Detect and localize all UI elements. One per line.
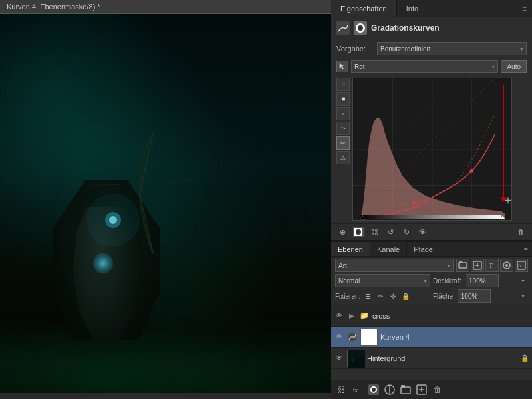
layer-name-cross: cross — [372, 312, 529, 320]
canvas-area: Kurven 4, Ebenenmaske/8) * — [0, 0, 331, 399]
layer-item-cross-group[interactable]: 👁 ▶ 📁 cross — [331, 305, 532, 327]
curves-bottom-refresh2[interactable]: ↻ — [400, 226, 412, 238]
tab-info[interactable]: Info — [397, 0, 428, 17]
fix-icon-lock[interactable]: ☰ — [362, 291, 373, 301]
vorgabe-row: Vorgabe: Benutzerdefiniert — [331, 39, 532, 58]
mode-item: Normal Multiplizieren Negativ Multiplizi… — [335, 274, 430, 287]
layer-btn-adjustment[interactable] — [383, 383, 396, 396]
tab-ebenen[interactable]: Ebenen — [331, 242, 370, 256]
art-select-wrapper: Art — [335, 259, 454, 272]
channel-select-wrapper: Rot Grün Blau RGB — [351, 60, 498, 73]
svg-point-32 — [356, 229, 361, 235]
fixieren-label: Fixieren: — [335, 293, 360, 300]
layer-icon-text[interactable]: T — [485, 259, 499, 272]
select-tool-icon[interactable] — [336, 61, 348, 72]
layer-btn-group[interactable] — [399, 383, 412, 396]
layer-bottom-bar: ⛓ fx 🗑 — [331, 380, 532, 399]
fix-icon-brush[interactable]: ✏ — [375, 291, 386, 301]
panel-collapse-btn[interactable]: ≡ — [517, 0, 532, 17]
fix-icon-move[interactable]: ✛ — [388, 291, 398, 301]
layer-folder-icon-cross: 📁 — [359, 311, 370, 321]
opacity-input[interactable] — [466, 274, 499, 287]
flaeche-item: Fläche: — [433, 289, 528, 303]
canvas-image — [0, 14, 331, 393]
svg-rect-53 — [401, 387, 410, 394]
layer-lock-hintergrund: 🔒 — [520, 354, 529, 363]
layer-btn-new[interactable] — [415, 383, 428, 396]
layer-item-hintergrund[interactable]: 👁 Hintergrund 🔒 — [331, 348, 532, 369]
svg-point-11 — [358, 25, 363, 31]
curves-bottom-link[interactable]: ⛓ — [368, 226, 380, 238]
layer-icon-smart[interactable] — [500, 259, 513, 272]
layer-expand-cross[interactable]: ▶ — [347, 311, 356, 321]
svg-text:fx: fx — [353, 387, 358, 394]
svg-rect-45 — [348, 358, 365, 368]
layer-icon-new[interactable] — [471, 259, 484, 272]
flaeche-wrapper — [458, 289, 528, 303]
character — [53, 154, 186, 340]
curves-graph-container[interactable] — [352, 78, 527, 221]
art-select[interactable]: Art — [335, 259, 454, 272]
vorgabe-select-wrapper: Benutzerdefiniert — [377, 42, 527, 55]
layer-thumb-mask-kurven4 — [360, 329, 378, 346]
char-glow — [93, 253, 113, 273]
opacity-label: Deckkraft: — [433, 277, 463, 285]
canvas-tab[interactable]: Kurven 4, Ebenenmaske/8) * — [0, 0, 331, 14]
curves-graph[interactable] — [352, 78, 512, 221]
curves-panel-icon — [336, 21, 350, 35]
fix-icon-all[interactable]: 🔒 — [400, 291, 411, 301]
layer-adj-icon-kurven4 — [347, 332, 358, 342]
layers-tab-bar: Ebenen Kanäle Pfade ≡ — [331, 241, 532, 257]
opacity-item: Deckkraft: — [433, 274, 528, 287]
curves-tools-column: ◾ ◽ ▫ 〜 ✏ ⚠ — [336, 78, 350, 221]
layer-btn-link[interactable]: ⛓ — [335, 383, 348, 396]
layer-icon-fx[interactable]: fx — [515, 259, 528, 272]
svg-point-24 — [469, 169, 473, 173]
auto-button[interactable]: Auto — [501, 60, 527, 73]
tool-warning[interactable]: ⚠ — [336, 151, 350, 164]
layer-eye-cross[interactable]: 👁 — [334, 311, 344, 321]
fixieren-item: Fixieren: ☰ ✏ ✛ 🔒 — [335, 289, 430, 303]
tool-eyedropper-white[interactable]: ▫ — [336, 107, 350, 120]
tool-eyedropper-gray[interactable]: ◽ — [336, 92, 350, 106]
layer-list: 👁 ▶ 📁 cross 👁 Kurven 4 👁 — [331, 305, 532, 380]
vorgabe-select[interactable]: Benutzerdefiniert — [377, 42, 527, 55]
right-panel: Eigenschaften Info ≡ Gradationskurven Vo… — [331, 0, 532, 399]
curves-bottom-mask[interactable] — [352, 226, 364, 238]
layer-item-kurven4[interactable]: 👁 Kurven 4 — [331, 327, 532, 348]
svg-point-50 — [372, 388, 376, 392]
svg-rect-33 — [459, 263, 467, 268]
fixieren-icons-group: ☰ ✏ ✛ 🔒 — [362, 291, 411, 301]
layer-eye-hintergrund[interactable]: 👁 — [334, 353, 344, 364]
curves-bottom-bar: ⊕ ⛓ ↺ ↻ 👁 🗑 — [331, 223, 532, 240]
curves-bottom-view[interactable]: 👁 — [416, 226, 428, 238]
curves-bottom-target[interactable]: ⊕ — [336, 226, 348, 238]
svg-point-40 — [505, 264, 508, 267]
layer-action-icons: T fx — [456, 259, 528, 272]
svg-marker-22 — [500, 197, 507, 202]
layer-btn-trash[interactable]: 🗑 — [431, 383, 444, 396]
layer-eye-kurven4[interactable]: 👁 — [334, 332, 344, 342]
opacity-wrapper — [466, 274, 528, 287]
mode-opacity-row: Normal Multiplizieren Negativ Multiplizi… — [335, 274, 528, 287]
curves-canvas-wrapper: ◾ ◽ ▫ 〜 ✏ ⚠ — [331, 75, 532, 223]
layer-thumb-hintergrund — [347, 350, 364, 367]
tab-eigenschaften[interactable]: Eigenschaften — [331, 0, 397, 17]
tool-pencil[interactable]: ✏ — [336, 136, 350, 150]
curves-bottom-trash[interactable]: 🗑 — [515, 226, 527, 238]
channel-select[interactable]: Rot Grün Blau RGB — [351, 60, 498, 73]
layer-btn-mask[interactable] — [367, 383, 380, 396]
curves-bottom-refresh1[interactable]: ↺ — [384, 226, 396, 238]
flaeche-input[interactable] — [458, 289, 491, 303]
layers-panel-collapse[interactable]: ≡ — [520, 242, 532, 256]
tool-wave[interactable]: 〜 — [336, 122, 350, 135]
layer-name-kurven4: Kurven 4 — [380, 333, 529, 341]
tab-kanaele[interactable]: Kanäle — [370, 242, 407, 256]
tab-pfade[interactable]: Pfade — [407, 242, 440, 256]
layer-btn-fx[interactable]: fx — [351, 383, 364, 396]
tool-eyedropper-black[interactable]: ◾ — [336, 78, 350, 91]
blend-mode-select[interactable]: Normal Multiplizieren Negativ Multiplizi… — [335, 274, 430, 287]
layer-icon-group[interactable] — [456, 259, 469, 272]
fixieren-flaeche-row: Fixieren: ☰ ✏ ✛ 🔒 Fläche: — [335, 289, 528, 303]
art-row: Art T fx — [335, 259, 528, 272]
